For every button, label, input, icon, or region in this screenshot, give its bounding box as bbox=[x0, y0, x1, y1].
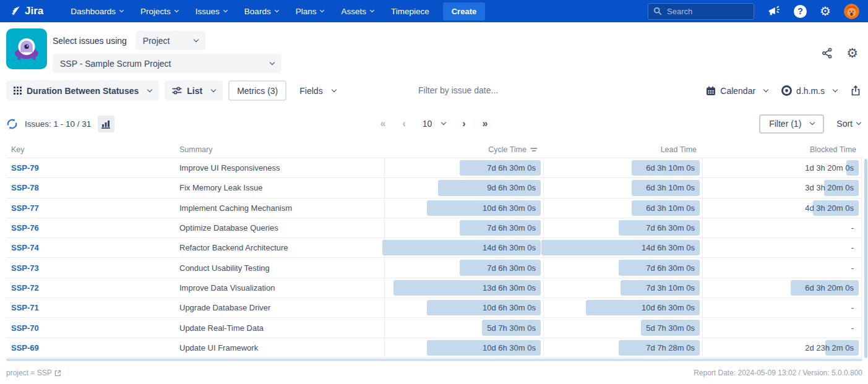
page-size-value: 10 bbox=[423, 119, 432, 129]
refresh-icon[interactable] bbox=[6, 118, 18, 130]
chart-view-button[interactable] bbox=[98, 116, 114, 132]
blocked-value: 3d 3h 20m 0s bbox=[805, 178, 854, 197]
export-icon[interactable] bbox=[851, 85, 861, 96]
key-cell: SSP-71 bbox=[6, 298, 179, 317]
metrics-button[interactable]: Metrics (3) bbox=[228, 80, 286, 101]
create-button[interactable]: Create bbox=[443, 2, 485, 20]
sort-button[interactable]: Sort bbox=[836, 119, 861, 129]
nav-item-label: Plans bbox=[296, 7, 317, 16]
jira-logo[interactable]: Jira bbox=[9, 5, 43, 17]
nav-item-assets[interactable]: Assets bbox=[341, 7, 374, 16]
last-page-button[interactable]: » bbox=[483, 119, 488, 129]
top-nav: Jira DashboardsProjectsIssuesBoardsPlans… bbox=[0, 0, 868, 22]
horizontal-scrollbar[interactable] bbox=[6, 359, 862, 361]
column-header-key[interactable]: Key bbox=[6, 145, 179, 154]
lead-value: 10d 6h 30m 0s bbox=[642, 298, 695, 317]
nav-item-label: Boards bbox=[244, 7, 271, 16]
issue-key-link[interactable]: SSP-70 bbox=[11, 323, 39, 333]
footer-query-link[interactable]: project = SSP bbox=[6, 369, 61, 377]
issue-key-link[interactable]: SSP-72 bbox=[11, 283, 39, 292]
key-cell: SSP-73 bbox=[6, 258, 179, 277]
issue-key-link[interactable]: SSP-79 bbox=[11, 163, 39, 173]
issue-key-link[interactable]: SSP-74 bbox=[11, 243, 39, 252]
nav-item-plans[interactable]: Plans bbox=[296, 7, 324, 16]
fields-button[interactable]: Fields bbox=[292, 80, 343, 101]
blocked-value: - bbox=[851, 238, 854, 257]
calendar-icon bbox=[706, 86, 716, 96]
header-actions: ⚙ bbox=[822, 46, 858, 59]
share-icon[interactable] bbox=[822, 48, 833, 59]
view-label: List bbox=[187, 86, 202, 96]
lead-value: 7d 6h 30m 0s bbox=[646, 218, 695, 237]
help-icon[interactable]: ? bbox=[794, 5, 807, 18]
date-filter-input[interactable]: Filter by issue date... bbox=[418, 85, 498, 95]
gear-icon[interactable]: ⚙ bbox=[820, 5, 831, 17]
units-dropdown[interactable]: d.h.m.s bbox=[781, 85, 837, 96]
avatar[interactable] bbox=[844, 4, 859, 19]
lead-cell: 7d 6h 30m 0s bbox=[543, 218, 702, 237]
issue-summary: Fix Memory Leak Issue bbox=[179, 183, 262, 192]
key-cell: SSP-72 bbox=[6, 278, 179, 297]
settings-gear-icon[interactable]: ⚙ bbox=[846, 46, 858, 59]
issue-summary: Conduct Usability Testing bbox=[179, 263, 270, 273]
issue-key-link[interactable]: SSP-69 bbox=[11, 343, 39, 352]
summary-cell: Improve Data Visualization bbox=[179, 278, 384, 297]
report-type-button[interactable]: Duration Between Statuses bbox=[6, 80, 159, 101]
issue-key-link[interactable]: SSP-77 bbox=[11, 203, 39, 213]
column-header-cycle-time[interactable]: Cycle Time bbox=[384, 145, 543, 154]
issue-key-link[interactable]: SSP-76 bbox=[11, 223, 39, 233]
cycle-cell: 10d 6h 30m 0s bbox=[384, 198, 543, 218]
nav-item-boards[interactable]: Boards bbox=[244, 7, 278, 16]
column-header-lead-time[interactable]: Lead Time bbox=[543, 145, 702, 154]
summary-cell: Update UI Framework bbox=[179, 338, 384, 357]
table-row: SSP-79Improve UI Responsiveness7d 6h 30m… bbox=[6, 158, 862, 178]
column-header-blocked-time[interactable]: Blocked Time bbox=[702, 145, 862, 154]
summary-cell: Fix Memory Leak Issue bbox=[179, 178, 384, 197]
issues-count-label: Issues: 1 - 10 / 31 bbox=[25, 119, 91, 129]
nav-item-label: Dashboards bbox=[71, 7, 116, 16]
cycle-cell: 9d 6h 30m 0s bbox=[384, 178, 543, 197]
lead-value: 14d 6h 30m 0s bbox=[642, 238, 695, 257]
project-value: SSP - Sample Scrum Project bbox=[60, 59, 171, 69]
search-box[interactable] bbox=[648, 3, 754, 20]
issue-summary: Improve Data Visualization bbox=[179, 283, 275, 292]
page-size-dropdown[interactable]: 10 bbox=[423, 119, 446, 129]
cycle-value: 10d 6h 30m 0s bbox=[483, 338, 536, 357]
lead-cell: 7d 7h 28m 0s bbox=[543, 338, 702, 357]
cycle-value: 10d 6h 30m 0s bbox=[483, 198, 536, 218]
table-body: SSP-79Improve UI Responsiveness7d 6h 30m… bbox=[6, 158, 862, 358]
nav-item-issues[interactable]: Issues bbox=[196, 7, 227, 16]
issue-key-link[interactable]: SSP-71 bbox=[11, 303, 39, 312]
chevron-down-icon bbox=[833, 87, 838, 92]
filter-button[interactable]: Filter (1) bbox=[759, 114, 824, 134]
issue-summary: Update UI Framework bbox=[179, 343, 258, 352]
key-cell: SSP-77 bbox=[6, 198, 179, 218]
issue-source-dropdown[interactable]: Project bbox=[135, 31, 205, 50]
lead-cell: 7d 3h 10m 0s bbox=[543, 278, 702, 297]
blocked-cell: 6d 3h 20m 0s bbox=[702, 278, 862, 297]
first-page-button[interactable]: « bbox=[380, 119, 385, 129]
vertical-scrollbar[interactable] bbox=[864, 159, 867, 358]
nav-item-projects[interactable]: Projects bbox=[140, 7, 178, 16]
megaphone-icon[interactable] bbox=[767, 5, 781, 17]
table-row: SSP-70Update Real-Time Data5d 7h 30m 0s5… bbox=[6, 318, 862, 338]
cycle-value: 7d 6h 30m 0s bbox=[487, 158, 536, 177]
lead-cell: 5d 7h 30m 0s bbox=[543, 318, 702, 337]
prev-page-button[interactable]: ‹ bbox=[402, 119, 405, 129]
lead-value: 6d 3h 10m 0s bbox=[646, 158, 695, 177]
issue-source-value: Project bbox=[143, 36, 170, 46]
calendar-dropdown[interactable]: Calendar bbox=[706, 86, 768, 96]
next-page-button[interactable]: › bbox=[462, 119, 465, 129]
nav-item-timepiece[interactable]: Timepiece bbox=[391, 7, 429, 16]
column-header-summary[interactable]: Summary bbox=[179, 145, 384, 154]
issue-source-row: Select issues using Project bbox=[53, 31, 205, 50]
nav-item-dashboards[interactable]: Dashboards bbox=[71, 7, 123, 16]
blocked-value: - bbox=[851, 258, 854, 277]
nav-item-label: Issues bbox=[196, 7, 220, 16]
view-button[interactable]: List bbox=[165, 80, 223, 101]
issue-key-link[interactable]: SSP-73 bbox=[11, 263, 39, 273]
key-cell: SSP-74 bbox=[6, 238, 179, 257]
project-dropdown[interactable]: SSP - Sample Scrum Project bbox=[53, 54, 281, 73]
issue-key-link[interactable]: SSP-78 bbox=[11, 183, 39, 192]
search-input[interactable] bbox=[667, 7, 741, 16]
